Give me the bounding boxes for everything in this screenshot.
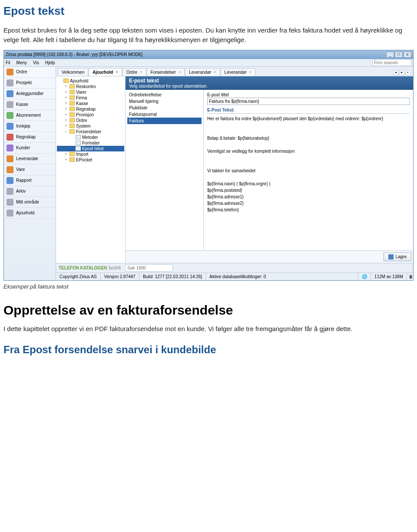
sidebar-label: Innkjøp [16,124,30,128]
sidebar-icon [7,69,13,76]
sidebar-item-rapport[interactable]: Rapport [4,175,56,186]
sidebar-label: Ordre [16,69,27,74]
tab-leverandør[interactable]: Leverandør× [221,68,255,76]
list-item[interactable]: Manuell kjøring [127,98,202,105]
sidebar-item-prosjekt[interactable]: Prosjekt [4,78,56,89]
tree-item-varer[interactable]: +Varer [57,89,124,95]
tree-item-provisjon[interactable]: +Provisjon [57,112,124,118]
tree-item-formater[interactable]: Formater [57,140,124,146]
tab-leverandør[interactable]: Leverandør× [185,68,220,76]
tab-next-icon[interactable]: ▸ [399,70,404,75]
menu-vis[interactable]: Vis [33,60,39,65]
tree-label: Kasse [76,101,88,106]
maximize-button[interactable]: □ [395,52,403,58]
folder-icon [70,112,75,117]
expand-icon[interactable]: + [64,95,68,100]
list-item[interactable]: Plukkliste [127,105,202,111]
expand-icon[interactable]: + [64,101,68,105]
search-input[interactable] [372,59,411,66]
tab-velkommen[interactable]: Velkommen [58,68,88,76]
tab-close-icon[interactable]: × [140,70,142,74]
tree-item-kasse[interactable]: +Kasse [57,101,124,106]
expand-icon[interactable]: + [64,90,68,94]
sidebar-item-anleggsmidler[interactable]: Anleggsmidler [4,89,56,99]
email-body-text[interactable]: Her er faktura fra ordre $p{kundensref} … [207,115,410,213]
phone-search-input[interactable] [125,264,173,272]
tree-item-reskontro[interactable]: +Reskontro [57,84,124,89]
tree-item-system[interactable]: +System [57,123,124,129]
app-window: Zirius prodata [9999] (192.168.0.3) - Br… [3,50,414,281]
email-title-input[interactable] [207,98,410,105]
list-item[interactable]: Fakturajournal [127,111,202,118]
sidebar-item-ordre[interactable]: Ordre [4,67,56,78]
sidebar-label: Regnskap [16,135,36,139]
tab-prev-icon[interactable]: ◂ [393,70,398,75]
expand-icon[interactable]: + [64,158,68,162]
sidebar-item-vare[interactable]: Vare [4,164,56,175]
tab-close-icon[interactable]: × [249,70,252,74]
tab-ordre[interactable]: Ordre× [122,68,146,76]
sidebar-item-mitt område[interactable]: Mitt område [4,197,56,208]
sidebar-icon [7,79,13,86]
sidebar-item-abonnement[interactable]: Abonnement [4,110,56,121]
expand-icon[interactable]: + [64,124,68,128]
tree-item-epocket[interactable]: +EPocket [57,157,124,163]
expand-icon[interactable]: + [64,84,68,89]
menu-fil[interactable]: Fil [6,60,10,65]
tab-label: Ordre [126,70,138,75]
email-title-label: E-post tittel [207,92,410,97]
sidebar-label: Kasse [16,102,28,107]
tab-label: Leverandør [225,70,247,75]
folder-icon [70,158,75,162]
detail-title: E-post tekst [129,78,410,84]
minimize-button[interactable]: _ [386,52,394,58]
expand-icon[interactable]: + [64,107,68,111]
email-form: E-post tittel E-Post Tekst: Her er faktu… [204,90,413,250]
sidebar-item-leverandør[interactable]: Leverandør [4,154,56,164]
sidebar-item-kasse[interactable]: Kasse [4,99,56,110]
tree-label: Forsendelser [76,129,101,134]
titlebar-text: Zirius prodata [9999] (192.168.0.3) - Br… [6,52,386,57]
tab-list-icon[interactable]: ▪ [405,70,410,75]
tab-close-icon[interactable]: × [214,70,216,74]
tab-forsendelser[interactable]: Forsendelser× [147,68,185,76]
tree-item-forsendelser[interactable]: –Forsendelser [57,129,124,135]
tree-label: Regnskap [76,107,96,112]
sidebar-item-ajourhold[interactable]: Ajourhold [4,208,56,219]
expand-icon[interactable]: + [64,112,68,117]
tree-item-ajourhold[interactable]: Ajourhold [57,78,124,84]
tree-item-epost-tekst[interactable]: Epost tekst [57,146,124,151]
detail-footer: Lagre [126,250,413,263]
menu-hjelp[interactable]: Hjelp [45,60,55,65]
tab-close-icon[interactable]: × [116,70,118,74]
menu-meny[interactable]: Meny [17,60,27,65]
tree-label: Ajourhold [70,79,88,83]
tab-close-icon[interactable]: × [179,70,181,74]
sidebar-icon [7,210,13,217]
sidebar-item-arkiv[interactable]: Arkiv [4,186,56,197]
status-build: Build: 1277 [22.03.2011 14:26] [139,273,206,280]
sidebar-icon [7,90,13,97]
sidebar-label: Prosjekt [16,80,32,85]
sidebar-item-innkjøp[interactable]: Innkjøp [4,121,56,132]
list-item[interactable]: Ordrebekreftelse [127,92,202,98]
status-globe-icon[interactable]: 🌐 [358,273,371,280]
titlebar: Zirius prodata [9999] (192.168.0.3) - Br… [4,50,413,59]
trash-icon[interactable]: 🗑 [407,273,413,280]
sidebar-item-regnskap[interactable]: Regnskap [4,132,56,143]
save-button[interactable]: Lagre [384,253,411,261]
tree-label: Ordre [76,118,87,123]
document-icon [76,141,81,145]
tree-item-ordre[interactable]: +Ordre [57,118,124,123]
tree-item-import[interactable]: +Import [57,151,124,157]
expand-icon[interactable]: + [64,152,68,156]
tree-item-firma[interactable]: +Firma [57,95,124,101]
tab-ajourhold[interactable]: Ajourhold× [89,68,122,76]
close-button[interactable]: × [404,52,411,58]
sidebar-item-kunder[interactable]: Kunder [4,143,56,154]
expand-icon[interactable]: + [64,118,68,122]
tree-item-metoder[interactable]: Metoder [57,135,124,140]
tree-item-regnskap[interactable]: +Regnskap [57,106,124,112]
list-item[interactable]: Faktura [127,118,202,124]
expand-icon[interactable]: – [64,129,68,134]
